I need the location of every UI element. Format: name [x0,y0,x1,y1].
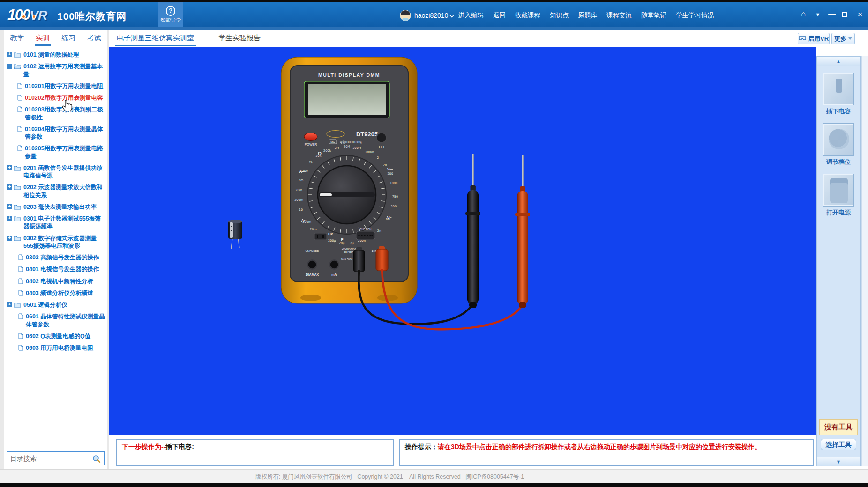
pnp-npn-label: PNP NPN [360,228,371,230]
tree-item-0601[interactable]: 0601 晶体管特性测试仪测量晶体管参数 [26,313,106,328]
user-avatar[interactable] [400,10,411,21]
home-icon[interactable]: ⌂ [798,10,808,18]
title-bar: 100VR 100唯尔教育网 ? 智能导学 haozi82010 进入编辑 返回… [0,2,868,27]
tree-item-0101[interactable]: 0101 测量的数据处理 [23,51,106,59]
unfused-label: UNFUSED [305,250,319,252]
step-label-insert-capacitor: 插下电容 [817,107,860,116]
search-icon[interactable] [92,454,101,464]
menu-favorite-course[interactable]: 收藏课程 [515,11,540,20]
black-probe[interactable] [465,154,480,308]
menu-course-forum[interactable]: 课程交流 [606,11,632,20]
step-thumb-power-on[interactable] [823,174,854,207]
dial-range-label: 200 [387,172,393,176]
expand-plus-icon[interactable]: + [7,236,12,241]
username-menu[interactable]: haozi82010 [414,12,448,19]
tree-item-0302[interactable]: 0302 数字存储式示波器测量555振荡器电压和波形 [23,235,106,250]
logo-eye-icon [32,15,36,19]
expand-plus-icon[interactable]: + [7,165,12,170]
dial-range-label: 200k [323,149,331,153]
tree-item-0603[interactable]: 0603 用万用电桥测量电阻 [26,344,106,352]
tree-item-0403[interactable]: 0403 频谱分析仪分析频谱 [26,289,106,297]
tree-item-0602[interactable]: 0602 Q表测量电感的Q值 [26,332,106,340]
3d-scene-viewport[interactable]: MULTI DISPLAY DMM POWER DT9205 MC 号制0300… [109,47,816,435]
tab-student-report[interactable]: 学生实验报告 [217,30,262,47]
menu-back[interactable]: 返回 [493,11,506,20]
minimize-button[interactable]: — [827,10,837,18]
tab-practice[interactable]: 练习 [56,30,82,46]
search-input[interactable] [10,453,85,464]
expand-plus-icon[interactable]: + [7,204,12,209]
enable-vr-button[interactable]: 启用VR [798,33,830,44]
tree-item-0401[interactable]: 0401 电视信号发生器的操作 [26,266,106,273]
hint-label: 操作提示： [405,443,438,450]
tree-item-0203[interactable]: 0203 毫伏表测量求输出功率 [23,203,106,211]
menu-knowledge[interactable]: 知识点 [550,11,569,20]
power-button[interactable] [304,133,317,141]
catalog-search [7,451,105,465]
folder-icon [14,235,21,241]
expand-plus-icon[interactable]: + [7,302,12,307]
black-test-plug[interactable] [353,247,365,272]
red-test-plug[interactable] [376,246,388,271]
step-label-adjust-range: 调节档位 [817,158,860,166]
tree-item-0303[interactable]: 0303 高频信号发生器的操作 [26,254,106,261]
document-icon [18,266,23,272]
document-icon [17,83,22,89]
expand-plus-icon[interactable]: + [7,52,12,57]
tab-teaching[interactable]: 教学 [4,30,30,46]
step-thumb-insert-capacitor[interactable] [823,73,854,105]
smart-guide-button[interactable]: ? 智能导学 [158,2,183,27]
black-probe-tip [472,154,474,187]
maximize-button[interactable] [842,12,847,17]
tree-item-010205[interactable]: 010205用数字万用表测量电路参量 [25,145,106,160]
menu-question-bank[interactable]: 原题库 [578,11,598,20]
tree-item-0402[interactable]: 0402 电视机中频特性分析 [26,278,106,285]
red-probe[interactable] [515,155,530,308]
menu-class-notes[interactable]: 随堂笔记 [641,11,666,20]
next-step-prefix: 下一步操作为-- [122,443,165,450]
select-tool-button[interactable]: 选择工具 [821,439,856,450]
dial-range-label: 2n [377,229,381,233]
window-scroll-gutter[interactable] [861,56,868,466]
tree-folder: + 0201 函数信号发生器提供功放电路信号源 [7,164,106,180]
multimeter-dt9205[interactable]: MULTI DISPLAY DMM POWER DT9205 MC 号制0300… [281,57,417,303]
capacitor-component[interactable] [228,220,242,249]
tree-leaf: 0402 电视机中频特性分析 [18,278,106,285]
tree-item-010201[interactable]: 010201用数字万用表测量电阻 [25,82,106,90]
folder-icon [14,204,21,210]
chevron-down-icon[interactable]: ▼ [813,10,823,17]
jack-10a[interactable] [308,260,317,269]
tree-item-0102[interactable]: 0102 运用数字万用表测量基本量 [23,63,106,78]
username-caret-icon[interactable] [449,13,454,17]
dial-range-label: 200μ [328,239,336,243]
tree-item-0301[interactable]: 0301 电子计数器测试555振荡器振荡频率 [23,215,106,230]
expand-minus-icon[interactable]: − [7,64,12,69]
tree-item-0202[interactable]: 0202 示波器测量求放大倍数和相位关系 [23,184,106,199]
close-button[interactable]: × [855,10,865,20]
vr-goggles-icon [799,36,806,41]
expand-plus-icon[interactable]: + [7,184,12,190]
tab-exam[interactable]: 考试 [81,30,107,46]
dial-range-label: 10 [299,208,303,212]
step-thumb-adjust-range[interactable] [823,123,854,156]
tab-3d-lab[interactable]: 电子测量三维仿真实训室 [115,30,196,47]
menu-enter-edit[interactable]: 进入编辑 [458,11,484,20]
expand-plus-icon[interactable]: + [7,216,12,221]
more-button[interactable]: 更多 [831,33,855,44]
tree-item-010204[interactable]: 010204用数字万用表测量晶体管参数 [25,125,106,141]
scroll-down-button[interactable]: ▼ [817,457,860,466]
sidebar-tabs: 教学 实训 练习 考试 [4,30,107,46]
tree-folder: + 0302 数字存储式示波器测量555振荡器电压和波形 [7,235,106,250]
dial-range-label: 2 [377,156,379,160]
tree-item-0201[interactable]: 0201 函数信号发生器提供功放电路信号源 [23,164,106,180]
hold-button[interactable] [377,133,387,143]
scroll-up-button[interactable]: ▲ [817,57,860,66]
tree-item-0501[interactable]: 0501 逻辑分析仪 [23,301,106,309]
capacitor-socket[interactable] [314,233,327,240]
menu-student-progress[interactable]: 学生学习情况 [676,11,714,20]
mouse-cursor-hand [61,99,72,112]
folder-icon [14,215,21,221]
jack-ma[interactable] [330,260,339,269]
tab-training[interactable]: 实训 [30,30,56,46]
red-probe-tip [522,155,524,188]
